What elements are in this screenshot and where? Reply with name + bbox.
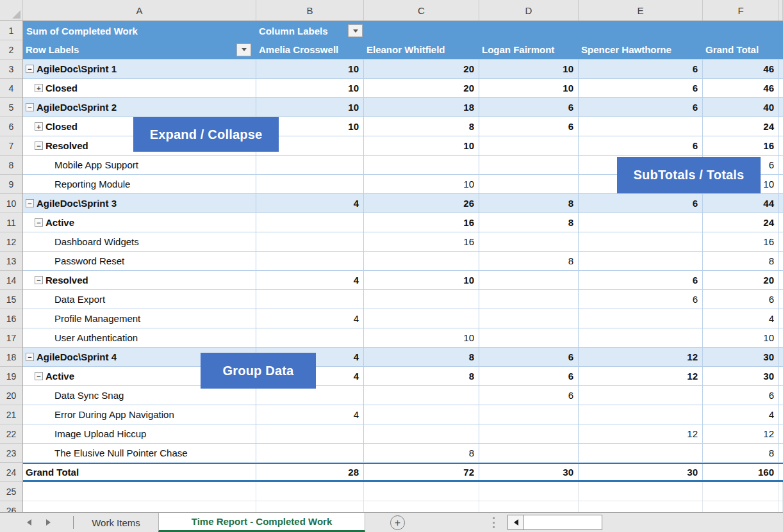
row-label-cell[interactable]: Profile Management bbox=[23, 309, 256, 328]
value-cell[interactable]: 46 bbox=[703, 60, 779, 78]
value-cell[interactable]: 10 bbox=[256, 79, 364, 97]
value-cell[interactable] bbox=[256, 290, 364, 309]
column-labels-filter-button[interactable] bbox=[348, 24, 363, 37]
row-label-cell[interactable]: Image Upload Hiccup bbox=[23, 424, 256, 443]
value-cell[interactable]: 6 bbox=[479, 348, 579, 366]
tab-scroll-left-icon[interactable] bbox=[27, 519, 31, 526]
row-label-cell[interactable]: −AgileDoc\Sprint 3 bbox=[23, 194, 256, 213]
value-cell[interactable]: 6 bbox=[479, 367, 579, 385]
value-cell[interactable]: 8 bbox=[479, 213, 579, 232]
empty-cell[interactable] bbox=[579, 501, 703, 512]
collapse-toggle-icon[interactable]: − bbox=[26, 103, 34, 111]
scrollbar-thumb[interactable] bbox=[524, 515, 602, 529]
row-header-11[interactable]: 11 bbox=[0, 213, 22, 232]
value-cell[interactable]: 28 bbox=[256, 464, 364, 480]
empty-cell[interactable] bbox=[779, 501, 783, 512]
collapse-toggle-icon[interactable]: − bbox=[26, 199, 34, 207]
value-cell[interactable] bbox=[479, 328, 579, 347]
pivot-title-cell[interactable]: Sum of Completed Work bbox=[23, 21, 256, 40]
value-cell[interactable]: 8 bbox=[364, 444, 479, 462]
empty-cell[interactable] bbox=[479, 501, 579, 512]
value-cell[interactable]: 8 bbox=[364, 348, 479, 366]
select-all-corner[interactable] bbox=[0, 0, 23, 20]
column-header-D[interactable]: D bbox=[479, 0, 579, 20]
empty-cell[interactable] bbox=[23, 482, 256, 501]
value-cell[interactable]: 4 bbox=[703, 309, 779, 328]
value-cell[interactable]: 4 bbox=[256, 271, 364, 289]
collapse-toggle-icon[interactable]: − bbox=[26, 353, 34, 361]
expand-toggle-icon[interactable]: + bbox=[35, 122, 43, 131]
tab-time-report-completed-work[interactable]: Time Report - Completed Work bbox=[158, 513, 365, 532]
value-cell[interactable] bbox=[579, 444, 703, 462]
value-cell[interactable]: 24 bbox=[703, 117, 779, 136]
value-cell[interactable]: 20 bbox=[364, 79, 479, 97]
tab-work-items[interactable]: Work Items bbox=[74, 513, 158, 532]
value-cell[interactable]: 4 bbox=[256, 309, 364, 328]
value-cell[interactable] bbox=[479, 232, 579, 251]
row-label-cell[interactable]: Reporting Module bbox=[23, 175, 256, 193]
value-cell[interactable] bbox=[479, 309, 579, 328]
pivot-column-header[interactable]: Grand Total bbox=[703, 40, 779, 59]
value-cell[interactable]: 6 bbox=[703, 290, 779, 309]
value-cell[interactable] bbox=[256, 175, 364, 193]
value-cell[interactable] bbox=[479, 156, 579, 174]
value-cell[interactable]: 8 bbox=[479, 252, 579, 270]
value-cell[interactable]: 16 bbox=[703, 136, 779, 155]
value-cell[interactable]: 20 bbox=[703, 271, 779, 289]
value-cell[interactable] bbox=[579, 328, 703, 347]
value-cell[interactable]: 24 bbox=[703, 213, 779, 232]
value-cell[interactable]: 6 bbox=[579, 194, 703, 213]
value-cell[interactable]: 10 bbox=[256, 60, 364, 78]
row-header-19[interactable]: 19 bbox=[0, 367, 22, 386]
value-cell[interactable]: 4 bbox=[703, 405, 779, 424]
value-cell[interactable]: 10 bbox=[364, 136, 479, 155]
empty-cell[interactable] bbox=[256, 482, 364, 501]
value-cell[interactable] bbox=[256, 424, 364, 443]
value-cell[interactable]: 8 bbox=[703, 444, 779, 462]
value-cell[interactable]: 10 bbox=[479, 60, 579, 78]
column-header-A[interactable]: A bbox=[23, 0, 256, 20]
row-header-5[interactable]: 5 bbox=[0, 98, 22, 117]
value-cell[interactable]: 10 bbox=[703, 328, 779, 347]
row-label-cell[interactable]: Mobile App Support bbox=[23, 156, 256, 174]
column-header-F[interactable]: F bbox=[703, 0, 779, 20]
value-cell[interactable] bbox=[256, 444, 364, 462]
row-header-18[interactable]: 18 bbox=[0, 348, 22, 367]
row-label-cell[interactable]: Grand Total bbox=[23, 464, 256, 480]
value-cell[interactable]: 18 bbox=[364, 98, 479, 117]
empty-cell[interactable] bbox=[364, 482, 479, 501]
value-cell[interactable]: 6 bbox=[579, 60, 703, 78]
row-header-20[interactable]: 20 bbox=[0, 386, 22, 405]
row-label-cell[interactable]: User Authentication bbox=[23, 328, 256, 347]
value-cell[interactable] bbox=[479, 424, 579, 443]
column-header-C[interactable]: C bbox=[364, 0, 479, 20]
empty-cell[interactable] bbox=[479, 482, 579, 501]
expand-toggle-icon[interactable]: + bbox=[35, 84, 43, 92]
value-cell[interactable] bbox=[256, 213, 364, 232]
collapse-toggle-icon[interactable]: − bbox=[26, 65, 34, 73]
tab-scroll-right-icon[interactable] bbox=[46, 519, 51, 526]
value-cell[interactable]: 6 bbox=[579, 290, 703, 309]
row-label-cell[interactable]: The Elusive Null Pointer Chase bbox=[23, 444, 256, 462]
value-cell[interactable]: 12 bbox=[579, 367, 703, 385]
row-header-8[interactable]: 8 bbox=[0, 156, 22, 175]
pivot-column-header[interactable]: Amelia Crosswell bbox=[256, 40, 364, 59]
value-cell[interactable]: 46 bbox=[703, 79, 779, 97]
value-cell[interactable] bbox=[364, 405, 479, 424]
empty-cell[interactable] bbox=[256, 501, 364, 512]
row-label-cell[interactable]: Password Reset bbox=[23, 252, 256, 270]
row-label-cell[interactable]: −AgileDoc\Sprint 2 bbox=[23, 98, 256, 117]
row-header-2[interactable]: 2 bbox=[0, 40, 22, 60]
empty-cell[interactable] bbox=[703, 482, 779, 501]
value-cell[interactable]: 40 bbox=[703, 98, 779, 117]
empty-cell[interactable] bbox=[779, 482, 783, 501]
value-cell[interactable] bbox=[256, 232, 364, 251]
row-header-6[interactable]: 6 bbox=[0, 117, 22, 136]
value-cell[interactable]: 16 bbox=[703, 232, 779, 251]
column-labels-cell[interactable]: Column Labels bbox=[256, 21, 364, 40]
row-header-7[interactable]: 7 bbox=[0, 136, 22, 156]
value-cell[interactable]: 6 bbox=[479, 117, 579, 136]
row-header-14[interactable]: 14 bbox=[0, 271, 22, 290]
row-label-cell[interactable]: −Resolved bbox=[23, 271, 256, 289]
row-label-cell[interactable]: −AgileDoc\Sprint 1 bbox=[23, 60, 256, 78]
